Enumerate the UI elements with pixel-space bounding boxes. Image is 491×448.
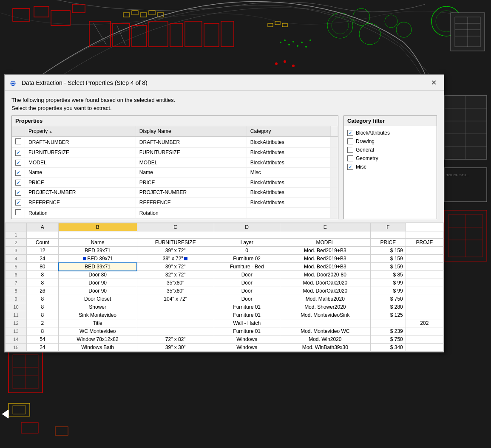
- property-checkbox[interactable]: [15, 180, 21, 186]
- ss-col-header-d[interactable]: D: [214, 223, 280, 231]
- table-row[interactable]: 580BED 39x7139" x 72"Furniture - BedMod.…: [6, 263, 443, 271]
- ss-cell[interactable]: [406, 231, 443, 239]
- table-row[interactable]: MODELMODELBlockAttributes: [12, 158, 338, 168]
- ss-cell[interactable]: [406, 255, 443, 263]
- ss-cell[interactable]: Door 80: [58, 271, 137, 279]
- ss-cell[interactable]: [137, 231, 214, 239]
- ss-cell[interactable]: 8: [26, 327, 58, 335]
- ss-cell[interactable]: Mod. Shower2020: [280, 303, 371, 311]
- ss-cell[interactable]: Layer: [214, 239, 280, 247]
- ss-cell[interactable]: Door: [214, 279, 280, 287]
- ss-cell[interactable]: [214, 231, 280, 239]
- table-row[interactable]: 98Door Closet104" x 72"DoorMod. Malibu20…: [6, 295, 443, 303]
- ss-cell[interactable]: Mod. WinBath39x30: [280, 344, 371, 352]
- ss-cell[interactable]: $ 340: [371, 344, 406, 352]
- ss-cell[interactable]: [406, 247, 443, 255]
- ss-cell[interactable]: $ 159: [371, 263, 406, 271]
- table-row[interactable]: 118Sink MontevideoFurniture 01Mod. Monte…: [6, 311, 443, 319]
- ss-cell[interactable]: 104" x 72": [137, 295, 214, 303]
- ss-cell[interactable]: 0: [214, 247, 280, 255]
- ss-cell[interactable]: 8: [26, 303, 58, 311]
- category-checkbox[interactable]: [347, 155, 353, 161]
- close-button[interactable]: ✕: [429, 78, 439, 88]
- ss-cell[interactable]: PRICE: [371, 239, 406, 247]
- ss-cell[interactable]: [371, 231, 406, 239]
- ss-cell[interactable]: [406, 287, 443, 295]
- category-item[interactable]: General: [347, 146, 433, 154]
- ss-col-header-e[interactable]: E: [280, 223, 371, 231]
- ss-cell[interactable]: 72" x 82": [137, 335, 214, 344]
- ss-cell[interactable]: [58, 231, 137, 239]
- category-checkbox[interactable]: [347, 164, 353, 170]
- ss-cell[interactable]: [406, 335, 443, 344]
- category-item[interactable]: BlockAttributes: [347, 129, 433, 137]
- ss-cell[interactable]: [406, 295, 443, 303]
- table-row[interactable]: 68Door 8032" x 72"DoorMod. Door2020-80$ …: [6, 271, 443, 279]
- property-checkbox[interactable]: [15, 190, 21, 196]
- ss-cell[interactable]: 39" x 72": [137, 263, 214, 271]
- ss-col-header-f[interactable]: F: [371, 223, 406, 231]
- ss-cell[interactable]: 26: [26, 287, 58, 295]
- category-checkbox[interactable]: [347, 130, 353, 136]
- ss-cell[interactable]: Mod. Malibu2020: [280, 295, 371, 303]
- ss-cell[interactable]: Shower: [58, 303, 137, 311]
- ss-cell[interactable]: 12: [26, 247, 58, 255]
- ss-cell[interactable]: 8: [26, 271, 58, 279]
- category-item[interactable]: Drawing: [347, 137, 433, 146]
- table-row[interactable]: 424BED 39x7139" x 72"Furniture 02Mod. Be…: [6, 255, 443, 263]
- ss-cell[interactable]: Windows: [214, 335, 280, 344]
- spreadsheet[interactable]: ABCDEF12CountNameFURNITURESIZELayerMODEL…: [5, 223, 444, 352]
- ss-cell[interactable]: BED 39x71: [58, 255, 137, 263]
- ss-cell[interactable]: [406, 303, 443, 311]
- ss-cell[interactable]: BED 39x71: [58, 247, 137, 255]
- table-row[interactable]: PROJECT-NUMBERPROJECT-NUMBERBlockAttribu…: [12, 188, 338, 198]
- ss-cell[interactable]: FURNITURESIZE: [137, 239, 214, 247]
- ss-cell[interactable]: WC Montevideo: [58, 327, 137, 335]
- ss-cell[interactable]: $ 280: [371, 303, 406, 311]
- table-row[interactable]: 2CountNameFURNITURESIZELayerMODELPRICEPR…: [6, 239, 443, 247]
- ss-cell[interactable]: [406, 327, 443, 335]
- property-checkbox[interactable]: [15, 138, 21, 144]
- ss-cell[interactable]: [137, 327, 214, 335]
- ss-cell[interactable]: 24: [26, 255, 58, 263]
- table-row[interactable]: REFERENCEREFERENCEBlockAttributes: [12, 197, 338, 208]
- ss-cell[interactable]: Door: [214, 287, 280, 295]
- ss-cell[interactable]: Mod. Bed2019+B3: [280, 255, 371, 263]
- ss-cell[interactable]: Furniture 01: [214, 327, 280, 335]
- ss-cell[interactable]: Mod. Win2020: [280, 335, 371, 344]
- property-checkbox[interactable]: [15, 170, 21, 176]
- ss-cell[interactable]: $ 750: [371, 335, 406, 344]
- table-row[interactable]: 138WC MontevideoFurniture 01Mod. Montevi…: [6, 327, 443, 335]
- table-row[interactable]: 826Door 9035"x80"DoorMod. DoorOak2020$ 9…: [6, 287, 443, 295]
- table-row[interactable]: RotationRotation: [12, 208, 338, 219]
- ss-cell[interactable]: PROJE: [406, 239, 443, 247]
- ss-cell[interactable]: Door: [214, 271, 280, 279]
- ss-cell[interactable]: Furniture 02: [214, 255, 280, 263]
- ss-cell[interactable]: Count: [26, 239, 58, 247]
- ss-cell[interactable]: $ 159: [371, 247, 406, 255]
- table-row[interactable]: 78Door 9035"x80"DoorMod. DoorOak2020$ 99: [6, 279, 443, 287]
- ss-cell[interactable]: Title: [58, 319, 137, 327]
- ss-cell[interactable]: 2: [26, 319, 58, 327]
- ss-cell[interactable]: 39" x 72": [137, 255, 214, 263]
- ss-cell[interactable]: [406, 311, 443, 319]
- ss-cell[interactable]: $ 159: [371, 255, 406, 263]
- ss-cell[interactable]: Mod. DoorOak2020: [280, 287, 371, 295]
- ss-cell[interactable]: Sink Montevideo: [58, 311, 137, 319]
- ss-cell[interactable]: BED 39x71: [58, 263, 137, 271]
- ss-cell[interactable]: Furniture - Bed: [214, 263, 280, 271]
- ss-cell[interactable]: [137, 319, 214, 327]
- ss-cell[interactable]: [406, 263, 443, 271]
- ss-cell[interactable]: Mod. DoorOak2020: [280, 279, 371, 287]
- ss-cell[interactable]: 8: [26, 295, 58, 303]
- ss-cell[interactable]: Mod. Bed2019+B3: [280, 247, 371, 255]
- ss-cell[interactable]: $ 99: [371, 279, 406, 287]
- table-row[interactable]: PRICEPRICEBlockAttributes: [12, 178, 338, 188]
- ss-cell[interactable]: 24: [26, 344, 58, 352]
- ss-cell[interactable]: Furniture 01: [214, 303, 280, 311]
- ss-cell[interactable]: 54: [26, 335, 58, 344]
- ss-cell[interactable]: [26, 231, 58, 239]
- ss-cell[interactable]: Wall - Hatch: [214, 319, 280, 327]
- ss-col-header-b[interactable]: B: [58, 223, 137, 231]
- ss-cell[interactable]: [406, 344, 443, 352]
